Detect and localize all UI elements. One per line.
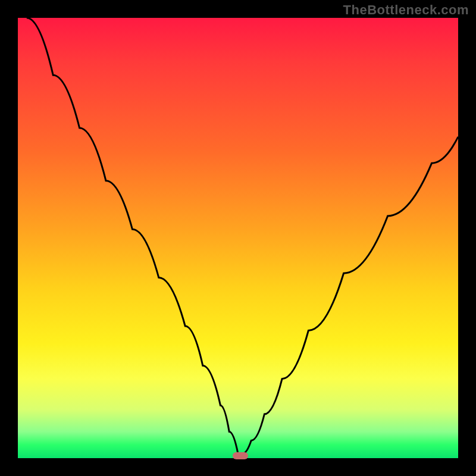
- plot-area: [18, 18, 458, 458]
- bottleneck-curve: [18, 18, 458, 458]
- watermark-text: TheBottleneck.com: [343, 2, 469, 18]
- chart-frame: TheBottleneck.com: [0, 0, 476, 476]
- curve-path: [27, 18, 458, 454]
- valley-marker: [233, 452, 248, 459]
